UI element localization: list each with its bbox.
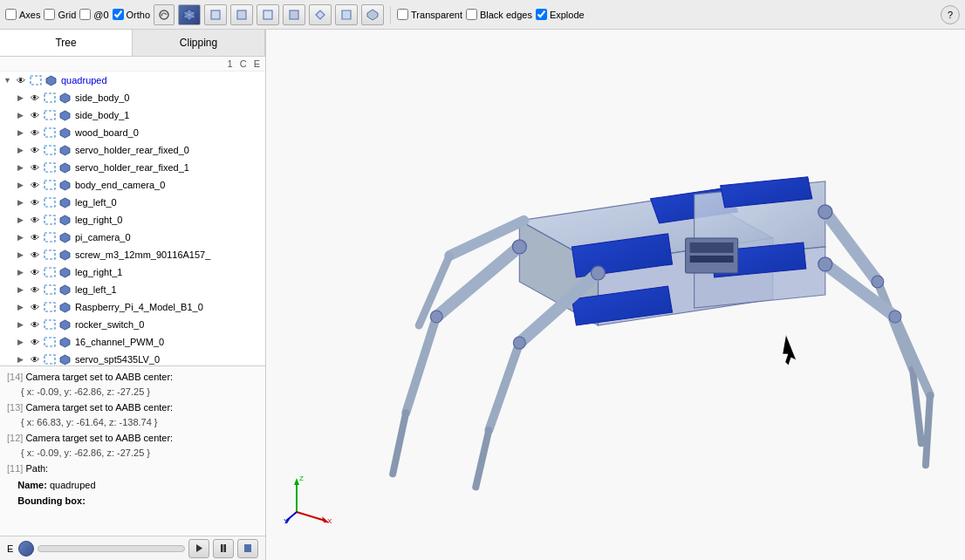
- tree-item-servo_holder_rear_fixed_0[interactable]: ▶ 👁 servo_holder_rear_fixed_0: [0, 141, 265, 159]
- bbox-icon[interactable]: [43, 109, 57, 121]
- grid-checkbox[interactable]: [44, 9, 55, 20]
- bbox-icon[interactable]: [43, 353, 57, 365]
- ortho-checkbox-item[interactable]: Ortho: [113, 9, 151, 20]
- visibility-icon[interactable]: 👁: [28, 92, 42, 104]
- stop-button[interactable]: [237, 539, 258, 558]
- view-iso2-button[interactable]: [361, 4, 384, 25]
- view-right-button[interactable]: [335, 4, 358, 25]
- visibility-icon[interactable]: 👁: [28, 179, 42, 191]
- bbox-icon[interactable]: [43, 336, 57, 348]
- at0-checkbox[interactable]: [79, 9, 91, 20]
- tab-clipping[interactable]: Clipping: [133, 30, 265, 56]
- visibility-icon[interactable]: 👁: [14, 74, 28, 86]
- bbox-icon[interactable]: [43, 126, 57, 139]
- bbox-icon[interactable]: [29, 74, 43, 86]
- tree-item-side_body_0[interactable]: ▶ 👁 side_body_0: [0, 89, 265, 106]
- col-e-header: E: [254, 58, 260, 69]
- visibility-icon[interactable]: 👁: [28, 318, 42, 331]
- explode-checkbox-item[interactable]: Explode: [536, 9, 585, 20]
- explode-checkbox[interactable]: [536, 9, 547, 20]
- bbox-icon[interactable]: [43, 196, 57, 208]
- axes-checkbox-item[interactable]: Axes: [5, 9, 40, 20]
- animation-progress[interactable]: [38, 545, 185, 552]
- visibility-icon[interactable]: 👁: [28, 301, 42, 313]
- bbox-icon[interactable]: [43, 179, 57, 191]
- transparent-checkbox-item[interactable]: Transparent: [397, 9, 462, 20]
- visibility-icon[interactable]: 👁: [28, 266, 42, 278]
- bbox-icon[interactable]: [43, 92, 57, 104]
- tab-tree[interactable]: Tree: [0, 30, 133, 56]
- visibility-icon[interactable]: 👁: [28, 144, 42, 156]
- bbox-icon[interactable]: [43, 301, 57, 313]
- viewport[interactable]: Z X Y: [266, 30, 965, 560]
- tree-item-body_end_camera_0[interactable]: ▶ 👁 body_end_camera_0: [0, 176, 265, 194]
- visibility-icon[interactable]: 👁: [28, 231, 42, 243]
- visibility-icon[interactable]: 👁: [28, 249, 42, 261]
- tree-item-servo_spt5435lv_0[interactable]: ▶ 👁 servo_spt5435LV_0: [0, 351, 265, 365]
- visibility-icon[interactable]: 👁: [28, 283, 42, 296]
- item-label: side_body_1: [75, 110, 129, 120]
- view-top-button[interactable]: [257, 4, 279, 25]
- tree-item-side_body_1[interactable]: ▶ 👁 side_body_1: [0, 106, 265, 124]
- tree-item-leg_left_0[interactable]: ▶ 👁 leg_left_0: [0, 194, 265, 211]
- reset-view-button[interactable]: [154, 4, 175, 25]
- log-text: Camera target set to AABB center:: [25, 402, 173, 413]
- tree-item-quadruped[interactable]: ▼ 👁 quadruped: [0, 72, 265, 89]
- play-button[interactable]: [188, 539, 209, 558]
- view-back-button[interactable]: [230, 4, 253, 25]
- tree-item-pi_camera_0[interactable]: ▶ 👁 pi_camera_0: [0, 229, 265, 246]
- visibility-icon[interactable]: 👁: [28, 161, 42, 174]
- bbox-icon[interactable]: [43, 249, 57, 261]
- bbox-icon[interactable]: [43, 231, 57, 243]
- tree-item-screw_m3[interactable]: ▶ 👁 screw_m3_12mm_90116A157_: [0, 246, 265, 263]
- arrow-icon: ▶: [17, 355, 28, 364]
- tree-item-leg_left_1[interactable]: ▶ 👁 leg_left_1: [0, 281, 265, 298]
- item-icons: 👁: [28, 161, 72, 174]
- axes-checkbox[interactable]: [5, 9, 17, 20]
- at0-checkbox-item[interactable]: @0: [79, 9, 108, 20]
- bbox-icon[interactable]: [43, 318, 57, 331]
- svg-marker-26: [60, 181, 70, 190]
- col-1-header: 1: [228, 58, 233, 69]
- svg-marker-14: [46, 76, 56, 85]
- tree-item-rocker_switch_0[interactable]: ▶ 👁 rocker_switch_0: [0, 316, 265, 333]
- black-edges-checkbox[interactable]: [466, 9, 477, 20]
- tree-item-servo_holder_rear_fixed_1[interactable]: ▶ 👁 servo_holder_rear_fixed_1: [0, 159, 265, 176]
- item-label: leg_right_0: [75, 215, 122, 225]
- view-left-button[interactable]: [309, 4, 332, 25]
- bbox-icon[interactable]: [43, 144, 57, 156]
- bbox-icon[interactable]: [43, 283, 57, 296]
- view-iso-button[interactable]: [178, 4, 201, 25]
- tree-item-leg_right_0[interactable]: ▶ 👁 leg_right_0: [0, 211, 265, 229]
- tree-item-wood_board_0[interactable]: ▶ 👁 wood_board_0: [0, 124, 265, 141]
- object-icon: [58, 144, 72, 156]
- visibility-icon[interactable]: 👁: [28, 196, 42, 208]
- item-label: servo_holder_rear_fixed_1: [75, 162, 189, 173]
- svg-rect-48: [221, 544, 223, 552]
- visibility-icon[interactable]: 👁: [28, 353, 42, 365]
- help-button[interactable]: ?: [941, 5, 960, 24]
- black-edges-checkbox-item[interactable]: Black edges: [466, 9, 532, 20]
- tree-item-leg_right_1[interactable]: ▶ 👁 leg_right_1: [0, 263, 265, 281]
- visibility-icon[interactable]: 👁: [28, 109, 42, 121]
- grid-checkbox-item[interactable]: Grid: [44, 9, 76, 20]
- ortho-checkbox[interactable]: [113, 9, 124, 20]
- visibility-icon[interactable]: 👁: [28, 336, 42, 348]
- svg-point-78: [512, 240, 526, 254]
- item-label: servo_spt5435LV_0: [75, 354, 160, 365]
- visibility-icon[interactable]: 👁: [28, 214, 42, 226]
- bbox-icon[interactable]: [43, 161, 57, 174]
- view-bottom-button[interactable]: [283, 4, 305, 25]
- item-label: quadruped: [61, 75, 107, 85]
- item-label: side_body_0: [75, 92, 129, 103]
- object-icon: [58, 249, 72, 261]
- transparent-checkbox[interactable]: [397, 9, 408, 20]
- tree-item-raspberry-pi[interactable]: ▶ 👁 Raspberry_Pi_4_Model_B1_0: [0, 298, 265, 316]
- visibility-icon[interactable]: 👁: [28, 126, 42, 139]
- item-icons: 👁: [14, 74, 58, 86]
- tree-item-16channel-pwm[interactable]: ▶ 👁 16_channel_PWM_0: [0, 333, 265, 351]
- pause-button[interactable]: [213, 539, 234, 558]
- bbox-icon[interactable]: [43, 214, 57, 226]
- bbox-icon[interactable]: [43, 266, 57, 278]
- view-front-button[interactable]: [204, 4, 227, 25]
